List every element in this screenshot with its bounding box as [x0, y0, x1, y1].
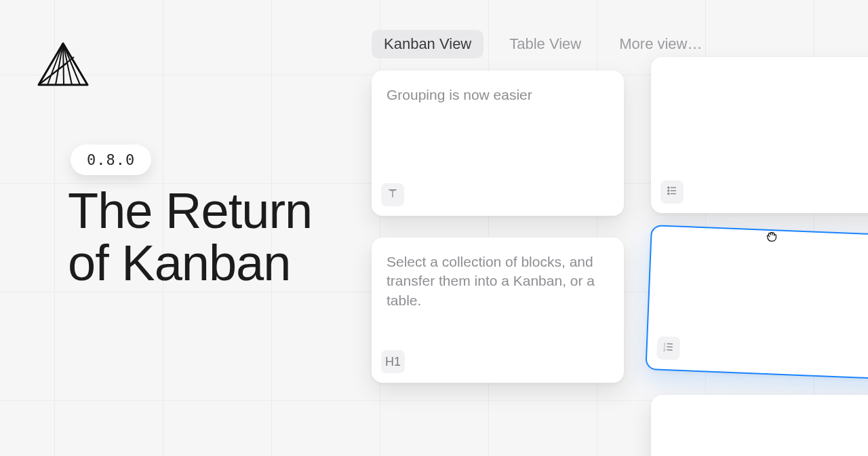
- tab-label: Kanban View: [384, 35, 471, 52]
- tab-table-view[interactable]: Table View: [497, 30, 593, 58]
- h1-type-label: H1: [385, 355, 401, 369]
- text-type-icon: [387, 187, 399, 203]
- card-text: Grouping is now easier: [387, 86, 609, 104]
- bulleted-list-icon: [666, 185, 678, 200]
- kanban-card-empty-ul[interactable]: [651, 57, 868, 213]
- tab-label: Table View: [509, 35, 581, 52]
- kanban-card-select-blocks[interactable]: Select a collection of blocks, and trans…: [372, 238, 624, 383]
- kanban-board: Grouping is now easier Select a collecti…: [372, 71, 868, 456]
- page-title: The Return of Kanban: [68, 185, 312, 290]
- block-type-badge-text: [381, 183, 404, 206]
- numbered-list-icon: 1 2 3: [662, 340, 675, 356]
- app-logo: [37, 42, 90, 90]
- tab-kanban-view[interactable]: Kanban View: [372, 30, 484, 58]
- headline-line-2: of Kanban: [68, 235, 290, 291]
- tab-more-views[interactable]: More view…: [607, 30, 714, 58]
- block-type-badge-h1: H1: [381, 350, 405, 373]
- kanban-card-grouping[interactable]: Grouping is now easier: [372, 71, 624, 216]
- headline-line-1: The Return: [68, 183, 312, 239]
- logo-triangle-icon: [37, 42, 90, 87]
- view-tabs: Kanban View Table View More view…: [372, 30, 715, 58]
- card-text: Select a collection of blocks, and trans…: [387, 252, 609, 310]
- block-type-badge-numbered-list: 1 2 3: [656, 337, 680, 360]
- version-text: 0.8.0: [87, 151, 135, 168]
- svg-point-0: [668, 187, 669, 188]
- svg-point-2: [668, 193, 669, 194]
- tab-label: More view…: [619, 35, 702, 52]
- kanban-card-empty-bottom[interactable]: [651, 395, 868, 456]
- svg-text:3: 3: [663, 347, 665, 352]
- version-badge: 0.8.0: [71, 145, 151, 175]
- kanban-card-selected-ol[interactable]: 1 2 3: [645, 225, 868, 380]
- block-type-badge-bulleted-list: [660, 180, 684, 204]
- svg-point-1: [668, 190, 669, 191]
